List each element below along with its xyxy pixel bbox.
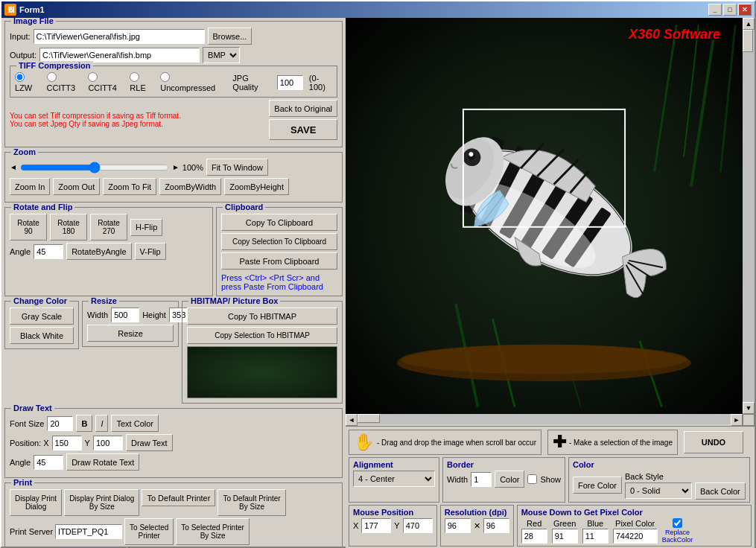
vertical-scrollbar[interactable]: ▲ ▼ (743, 18, 755, 414)
rotate-flip-title: Rotate and Flip (11, 203, 74, 211)
rotate-180-button[interactable]: Rotate 180 (50, 214, 87, 240)
lzw-radio[interactable] (15, 72, 25, 82)
copy-to-hbitmap-button[interactable]: Copy To HBITMAP (187, 308, 337, 325)
color-section-title: Color (573, 460, 746, 469)
scroll-right-button[interactable]: ► (731, 414, 743, 426)
display-print-dialog-by-size-button[interactable]: Display Print Dialog By Size (64, 489, 139, 516)
resolution-box: Resolution (dpi) ✕ (440, 505, 514, 547)
ccitt4-radio-label[interactable]: CCITT4 (88, 72, 124, 92)
zoom-slider[interactable] (20, 162, 169, 173)
rle-radio-label[interactable]: RLE (130, 72, 154, 92)
border-show-label: Show (540, 475, 561, 484)
ccitt3-radio[interactable] (47, 72, 57, 82)
to-default-printer-button[interactable]: To Default Printer (142, 489, 215, 506)
minimize-button[interactable]: _ (708, 4, 722, 16)
to-default-printer-by-size-button[interactable]: To Default Printer By Size (217, 489, 285, 516)
pixel-color-values: Red Green Blue (521, 518, 747, 544)
zoom-out-button[interactable]: Zoom Out (53, 178, 100, 195)
image-area[interactable]: X360 Software (346, 18, 743, 414)
zoom-by-height-button[interactable]: ZoomByHeight (224, 178, 289, 195)
fit-to-window-button[interactable]: Fit To Window (206, 159, 268, 176)
position-x-input[interactable] (52, 436, 82, 450)
alignment-select[interactable]: 0 - Left 1 - Right 2 - Top 3 - Bottom 4 … (353, 471, 435, 487)
horizontal-scrollbar[interactable]: ◄ ► (346, 414, 743, 426)
black-white-button[interactable]: Black White (10, 327, 74, 344)
uncompressed-radio-label[interactable]: Uncompressed (160, 72, 219, 92)
hbitmap-group: HBITMAP/ Picture Box Copy To HBITMAP Cop… (182, 301, 343, 404)
clipboard-buttons: Copy To Clipboard Copy Selection To Clip… (221, 214, 337, 291)
red-label: Red (527, 519, 541, 528)
zoom-to-fit-button[interactable]: Zoom To Fit (103, 178, 156, 195)
input-path[interactable] (34, 29, 205, 44)
undo-button[interactable]: UNDO (684, 431, 743, 453)
resize-button[interactable]: Resize (87, 325, 174, 342)
text-color-button[interactable]: Text Color (111, 415, 159, 432)
lzw-radio-label[interactable]: LZW (15, 72, 41, 92)
border-color-button[interactable]: Color (495, 471, 524, 488)
jpg-quality-input[interactable] (277, 75, 303, 90)
width-input[interactable] (111, 308, 139, 322)
copy-selection-hbitmap-button[interactable]: Copy Selection To HBITMAP (187, 327, 337, 344)
to-selected-printer-button[interactable]: To Selected Printer (124, 518, 174, 545)
draw-text-button[interactable]: Draw Text (126, 434, 173, 451)
fore-color-button[interactable]: Fore Color (573, 477, 622, 494)
ccitt3-radio-label[interactable]: CCITT3 (47, 72, 83, 92)
pixel-color-value (613, 529, 658, 544)
draw-text-group: Draw Text Font Size B I Text Color Posit… (4, 408, 343, 478)
jpeg-note: You can set Jpeg Qty if saving as Jpeg f… (10, 120, 266, 128)
scroll-left-button[interactable]: ◄ (346, 414, 358, 426)
save-button[interactable]: SAVE (269, 119, 337, 140)
copy-selection-clipboard-button[interactable]: Copy Selection To Clipboard (221, 233, 337, 250)
draw-text-title: Draw Text (11, 404, 54, 412)
replace-checkbox[interactable] (673, 518, 682, 528)
print-server-input[interactable] (55, 524, 122, 539)
svg-line-11 (720, 25, 735, 171)
v-flip-button[interactable]: V-Flip (135, 243, 166, 260)
mouse-x-label: X (353, 521, 358, 530)
format-select[interactable]: BMP JPG PNG TIF (203, 47, 240, 63)
scroll-thumb-v[interactable] (743, 30, 753, 52)
gray-scale-button[interactable]: Gray Scale (10, 308, 74, 325)
zoom-in-button[interactable]: Zoom In (10, 178, 50, 195)
scroll-thumb-h[interactable] (358, 414, 380, 423)
window-icon: 🖼 (4, 4, 16, 16)
close-button[interactable]: ✕ (738, 4, 752, 16)
to-selected-printer-by-size-button[interactable]: To Selected Printer By Size (176, 518, 250, 545)
rotate-by-angle-button[interactable]: RotateByAngle (66, 243, 131, 260)
scroll-down-button[interactable]: ▼ (743, 402, 755, 414)
uncompressed-radio[interactable] (160, 72, 170, 82)
zoom-by-width-button[interactable]: ZoomByWidth (159, 178, 221, 195)
scroll-track-h[interactable] (358, 414, 731, 424)
angle-input[interactable] (34, 244, 63, 259)
rotate-90-button[interactable]: Rotate 90 (10, 214, 47, 240)
draw-angle-input[interactable] (34, 455, 63, 470)
back-color-button[interactable]: Back Color (695, 482, 746, 500)
ccitt4-radio[interactable] (88, 72, 98, 82)
crosshair-icon[interactable]: ✚ (553, 433, 566, 452)
output-path[interactable] (39, 48, 200, 63)
back-style-select[interactable]: 0 - Solid 1 - Transparent (625, 482, 692, 499)
border-show-checkbox[interactable] (527, 474, 537, 484)
h-flip-button[interactable]: H-Flip (130, 219, 162, 236)
hand-icon[interactable]: ✋ (354, 433, 374, 452)
border-controls: Width Color Show (447, 471, 561, 488)
scroll-up-button[interactable]: ▲ (743, 18, 755, 30)
paste-from-clipboard-button[interactable]: Paste From Clipboard (221, 252, 337, 270)
pixel-color-column: Pixel Color (613, 519, 658, 544)
scroll-track-v[interactable] (743, 30, 755, 402)
rle-radio[interactable] (130, 72, 139, 82)
browse-button[interactable]: Browse... (208, 28, 252, 45)
bold-button[interactable]: B (76, 415, 92, 432)
italic-button[interactable]: I (95, 415, 108, 432)
position-y-input[interactable] (93, 436, 123, 450)
maximize-button[interactable]: □ (723, 4, 737, 16)
rotate-270-button[interactable]: Rotate 270 (90, 214, 127, 240)
border-width-input[interactable] (471, 472, 492, 487)
back-to-original-button[interactable]: Back to Original (269, 100, 337, 117)
blue-label: Blue (587, 519, 603, 528)
font-size-input[interactable] (47, 416, 73, 431)
copy-to-clipboard-button[interactable]: Copy To Clipboard (221, 214, 337, 231)
draw-rotate-text-button[interactable]: Draw Rotate Text (66, 453, 139, 471)
display-print-dialog-button[interactable]: Display Print Dialog (10, 489, 62, 516)
hbitmap-title: HBITMAP/ Picture Box (188, 296, 280, 305)
